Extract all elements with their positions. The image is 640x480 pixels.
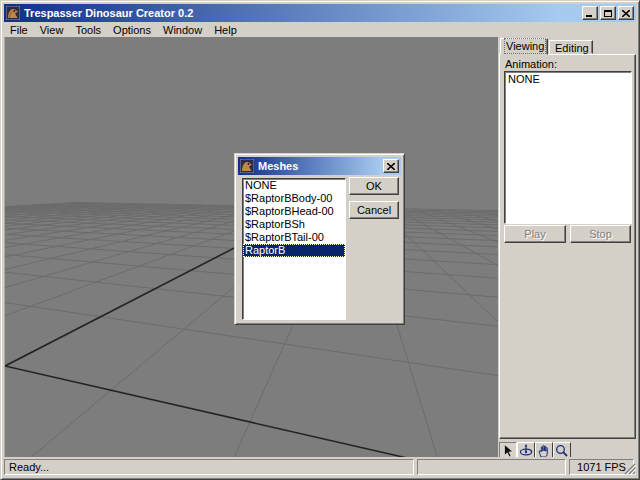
app-window: Trespasser Dinosaur Creator 0.2 File Vie…: [0, 0, 640, 480]
menu-options[interactable]: Options: [107, 23, 157, 37]
tab-viewing-label: Viewing: [506, 40, 544, 52]
tab-viewing[interactable]: Viewing: [500, 38, 548, 55]
close-icon: [387, 163, 395, 170]
viewing-tab-page: Animation: NONE Play Stop: [499, 54, 636, 439]
menu-window[interactable]: Window: [157, 23, 208, 37]
close-button[interactable]: [618, 6, 634, 20]
mesh-list-item[interactable]: $RaptorBSh: [243, 218, 345, 231]
animation-list-item[interactable]: NONE: [508, 73, 631, 85]
title-bar[interactable]: Trespasser Dinosaur Creator 0.2: [4, 4, 636, 22]
minimize-button[interactable]: [582, 6, 598, 20]
mesh-list-item[interactable]: NONE: [243, 179, 345, 192]
tab-editing[interactable]: Editing: [549, 40, 593, 54]
screen: Trespasser Dinosaur Creator 0.2 File Vie…: [0, 0, 640, 480]
menu-tools[interactable]: Tools: [69, 23, 107, 37]
maximize-button[interactable]: [600, 6, 616, 20]
playback-buttons: Play Stop: [500, 225, 635, 245]
dialog-title: Meshes: [258, 160, 383, 172]
cancel-button[interactable]: Cancel: [349, 201, 399, 219]
mesh-list-item[interactable]: $RaptorBTail-00: [243, 231, 345, 244]
dinosaur-app-icon: [6, 6, 20, 20]
dialog-title-bar[interactable]: Meshes: [238, 157, 401, 175]
mesh-list-item[interactable]: $RaptorBHead-00: [243, 205, 345, 218]
dinosaur-dialog-icon: [240, 159, 254, 173]
menu-view[interactable]: View: [34, 23, 70, 37]
menu-bar: File View Tools Options Window Help: [4, 22, 636, 37]
dialog-close-button[interactable]: [383, 159, 399, 173]
menu-file[interactable]: File: [4, 23, 34, 37]
minimize-icon: [586, 10, 594, 17]
resize-grip-icon[interactable]: [623, 462, 636, 475]
ok-button[interactable]: OK: [349, 177, 399, 195]
mesh-list-item[interactable]: $RaptorBBody-00: [243, 192, 345, 205]
status-message: Ready...: [4, 459, 414, 475]
close-icon: [622, 10, 630, 17]
mesh-listbox[interactable]: NONE $RaptorBBody-00 $RaptorBHead-00 $Ra…: [242, 178, 346, 320]
play-button[interactable]: Play: [504, 225, 566, 243]
status-bar: Ready... 1071 FPS: [4, 457, 636, 476]
meshes-dialog: Meshes NONE $RaptorBBody-00 $RaptorBHead…: [234, 153, 405, 325]
menu-help[interactable]: Help: [208, 23, 243, 37]
status-panel-empty: [417, 459, 566, 475]
maximize-icon: [604, 10, 612, 17]
tab-editing-label: Editing: [555, 42, 589, 54]
animation-label: Animation:: [505, 58, 557, 70]
animation-listbox[interactable]: NONE: [504, 71, 632, 224]
mesh-list-item-selected[interactable]: RaptorB: [243, 244, 345, 257]
window-title: Trespasser Dinosaur Creator 0.2: [24, 7, 582, 19]
side-panel: Viewing Editing Animation: NONE Play Sto…: [498, 37, 638, 459]
stop-button[interactable]: Stop: [570, 225, 631, 243]
